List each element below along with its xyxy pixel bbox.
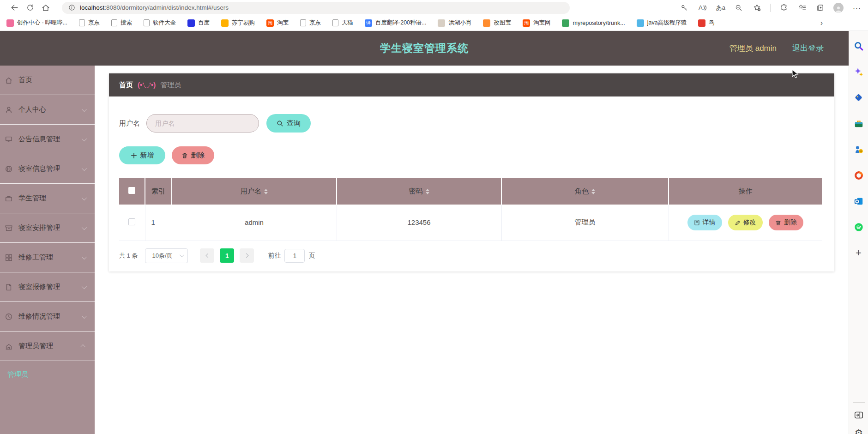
sort-caret[interactable] (591, 189, 595, 194)
sidebar-item-dorm-info-mgmt[interactable]: 寝室信息管理 (0, 154, 95, 184)
more-menu-icon[interactable]: ··· (852, 3, 862, 13)
outlook-icon[interactable] (854, 196, 864, 206)
address-bar[interactable]: localhost:8080/dormitory/admin/dist/inde… (62, 2, 570, 14)
sidebar-item-dorm-assign-mgmt[interactable]: 寝室安排管理 (0, 213, 95, 243)
bookmark-item[interactable]: 改图宝 (483, 19, 511, 27)
sidebar-subitem-label: 管理员 (7, 370, 28, 379)
chevron-right-icon (244, 253, 249, 258)
sidebar-subitem-admin-active[interactable]: 管理员 (0, 361, 95, 388)
sort-caret[interactable] (264, 189, 268, 194)
spotify-icon[interactable] (854, 222, 864, 232)
bookmark-item[interactable]: 淘 淘宝 (266, 19, 289, 27)
sidebar-item-admin-mgmt[interactable]: 管理员管理 (0, 332, 95, 361)
read-aloud-icon[interactable]: A (698, 3, 707, 13)
collections-icon[interactable] (815, 3, 825, 13)
home-icon[interactable] (38, 2, 54, 14)
sidebar-item-label: 维修情况管理 (18, 312, 60, 321)
goto-page-input[interactable] (284, 249, 305, 263)
delete-button[interactable]: 删除 (172, 146, 214, 164)
search-icon[interactable] (854, 41, 864, 51)
chevron-down-icon (82, 136, 87, 141)
chevron-up-icon (80, 344, 85, 349)
sidebar-item-dorm-repair-mgmt[interactable]: 寝室报修管理 (0, 272, 95, 302)
next-page-button[interactable] (240, 248, 254, 263)
breadcrumb-home-link[interactable]: 首页 (119, 81, 133, 90)
edit-button[interactable]: 修改 (728, 215, 763, 230)
settings-gear-icon[interactable]: ⚙ (854, 428, 864, 434)
favorites-bar-icon[interactable] (797, 3, 807, 13)
sidebar-menu: 首页 个人中心 公告信息管理 寝室信息管理 学生管理 寝室安排管理 维修工管理 … (0, 66, 95, 434)
translate-icon[interactable]: あa (716, 3, 725, 13)
sort-caret[interactable] (426, 189, 429, 194)
bookmark-favicon: 淘 (523, 19, 530, 27)
add-button[interactable]: 新增 (119, 146, 165, 164)
select-all-checkbox[interactable] (128, 187, 135, 194)
grid-icon (5, 253, 13, 262)
sidebar-item-label: 个人中心 (18, 105, 46, 114)
office-icon[interactable] (854, 170, 864, 181)
add-favorite-icon[interactable] (752, 3, 761, 13)
password-key-icon[interactable] (680, 3, 689, 13)
bookmark-item[interactable]: 软件大全 (144, 19, 176, 27)
chevron-down-icon (82, 224, 87, 229)
site-info-icon[interactable] (68, 4, 75, 11)
bookmark-label: 苏宁易购 (232, 19, 255, 27)
bookmark-label: 洪湖小肖 (448, 19, 471, 27)
bookmark-item[interactable]: 译 百度翻译-200种语... (365, 19, 426, 27)
bookmark-item[interactable]: myrepository/trunk... (562, 19, 625, 27)
query-button-label: 查询 (287, 119, 301, 128)
refresh-icon[interactable] (22, 2, 38, 14)
bookmark-favicon: 淘 (266, 19, 274, 27)
games-icon[interactable] (854, 145, 864, 155)
bookmark-favicon (438, 19, 445, 27)
sidebar-item-label: 学生管理 (18, 194, 46, 203)
page-size-select[interactable]: 10条/页 (145, 248, 188, 263)
back-icon[interactable] (6, 2, 22, 14)
row-delete-button[interactable]: 删除 (769, 215, 803, 230)
bookmark-item[interactable]: 苏宁易购 (221, 19, 255, 27)
bookmark-item[interactable]: 淘 淘宝网 (523, 19, 551, 27)
sidebar-item-student-mgmt[interactable]: 学生管理 (0, 184, 95, 213)
chevron-down-icon (82, 106, 87, 111)
username-filter-input[interactable] (146, 114, 259, 133)
toolbox-icon[interactable] (854, 119, 864, 129)
users-table: 索引 用户名 密码 角色 操作 1 admin 123456 管理员 (119, 178, 822, 241)
prev-page-button[interactable] (200, 248, 214, 263)
bookmark-item[interactable]: 京东 (300, 19, 321, 27)
bookmark-item[interactable]: 京东 (79, 19, 100, 27)
logout-link[interactable]: 退出登录 (792, 43, 824, 54)
row-checkbox[interactable] (128, 218, 135, 225)
sidebar-item-repairman-mgmt[interactable]: 维修工管理 (0, 243, 95, 272)
sidebar-item-repair-status-mgmt[interactable]: 维修情况管理 (0, 302, 95, 332)
bookmark-item[interactable]: 搜索 (111, 19, 132, 27)
bookmark-item[interactable]: 鸟 (698, 19, 715, 27)
bookmark-item[interactable]: java高级程序猿 (637, 19, 687, 27)
profile-avatar[interactable] (833, 3, 844, 13)
toolbar-divider (770, 4, 771, 12)
delete-button-label: 删除 (191, 151, 205, 160)
strip-add-icon[interactable]: + (854, 248, 864, 258)
extensions-icon[interactable] (779, 3, 789, 13)
bookmark-item[interactable]: 创作中心 - 哔哩哔... (6, 19, 67, 27)
query-button[interactable]: 查询 (266, 114, 311, 133)
sidebar-item-personal-center[interactable]: 个人中心 (0, 95, 95, 125)
sidebar-item-label: 寝室报修管理 (18, 283, 60, 291)
open-panel-icon[interactable] (854, 410, 864, 420)
header-user-label[interactable]: 管理员 admin (729, 43, 777, 54)
current-page-button[interactable]: 1 (220, 248, 234, 263)
copilot-sparkle-icon[interactable] (854, 67, 864, 77)
bookmark-label: 鸟 (709, 19, 715, 27)
zoom-out-icon[interactable] (734, 3, 743, 13)
bookmarks-overflow-chevron[interactable]: › (820, 19, 823, 27)
bookmark-item[interactable]: 洪湖小肖 (438, 19, 471, 27)
home-icon (5, 76, 13, 84)
bookmark-item[interactable]: 百度 (187, 19, 210, 27)
sidebar-item-announcement-mgmt[interactable]: 公告信息管理 (0, 125, 95, 154)
col-role: 角色 (501, 178, 669, 205)
bookmark-item[interactable]: 天猫 (332, 19, 353, 27)
cell-actions: 详情 修改 删除 (669, 205, 822, 241)
goto-label: 前往 (268, 252, 281, 260)
detail-button[interactable]: 详情 (687, 215, 722, 230)
sidebar-item-home[interactable]: 首页 (0, 66, 95, 95)
shopping-tag-icon[interactable] (854, 93, 864, 103)
